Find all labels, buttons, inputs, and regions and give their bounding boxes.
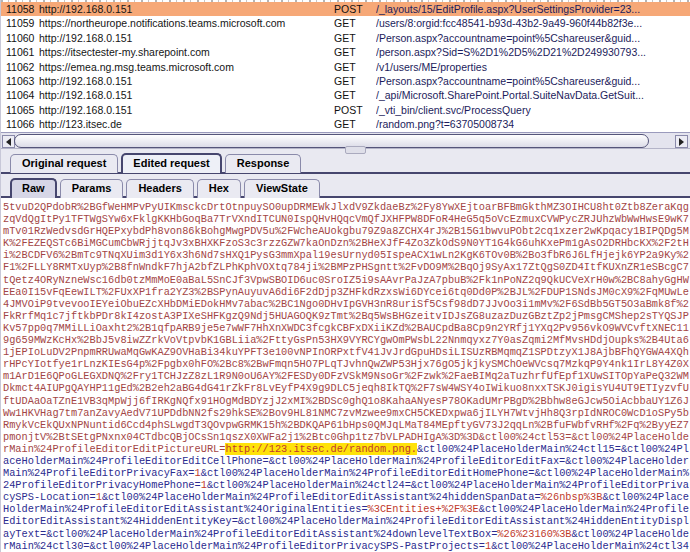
body-text-segment: cySPS-Location= <box>3 491 96 503</box>
body-line: 5tvuD2QPdobR%2BGfWeHMPvPyUIKmsckcDrtOtnp… <box>3 201 690 213</box>
tab-raw[interactable]: Raw <box>10 178 57 198</box>
body-line: RmykVcEkQUxNPNuntid6Ccd4phSLwgdT3QOvpwGR… <box>3 419 690 431</box>
table-row[interactable]: 11060http://192.168.0.151GET/Person.aspx… <box>1 31 690 45</box>
body-text-segment: &ctl00%24PlaceHolderMain%24ProfileEditor… <box>201 467 689 479</box>
highlighted-edited-value: http://123.itsec.de/random.png. <box>225 443 417 455</box>
body-line: pmonjtV%2BtSEtgPNxnx04CTdbcQBjOCsSn1qszX… <box>3 431 690 443</box>
body-text-segment: ftUDAaOaTZnE1VB3qMpWjj6fIRKgNQfx91HOgMdB… <box>3 395 689 407</box>
row-method-cell: GET <box>334 45 356 59</box>
body-line: 1jEPIoLuDV2PnpmRRUwaMqGwKAZ9OVHaBi34kuYP… <box>3 346 690 358</box>
body-line: EEa0I15vFqEewILT%2FUxXP1fra2YZ3%2BSPynAu… <box>3 286 690 298</box>
scroll-right-button[interactable] <box>675 135 688 148</box>
body-text-segment: Kv57pp0q7MMiLLiOaxht2%2B1qfpARB9je5e7wWF… <box>3 322 689 334</box>
body-text-segment: &ctl00%24PlaceHolderMain%24ctl34 <box>491 540 689 552</box>
table-row[interactable]: 11064http://192.168.0.151GET/_api/Micros… <box>1 88 690 102</box>
body-line: ayText=&ctl00%24PlaceHolderMain%24Profil… <box>3 528 690 540</box>
body-line: 9g659MWzKcHx%2BbJ5v8iwZZrkVoVtpvbK1GBLii… <box>3 334 690 346</box>
scroll-right-icon <box>679 138 684 146</box>
body-line: aceHolderMain%24ProfileEditorEditCellPho… <box>3 455 690 467</box>
body-text-segment: &ctl00%24PlaceHolderMain%24ctl15=&ctl00%… <box>417 443 689 455</box>
tab-headers[interactable]: Headers <box>126 179 193 198</box>
proxy-tool-window: 11058http://192.168.0.151POST/_layouts/1… <box>0 0 690 552</box>
body-text-segment: &ctl00%24PlaceHolderMain%24ProfileEditor… <box>102 491 541 503</box>
row-path-cell: /Person.aspx?accountname=point%5Cshareus… <box>376 31 640 45</box>
scrollbar-thumb[interactable] <box>14 134 649 148</box>
body-text-segment: 24ProfileEditorPrivacyHomePhone= <box>3 479 201 491</box>
body-text-segment: zqVdQgItPy1TFTWgSYw6xFklgKKHbGoqBa7TrVXn… <box>3 213 689 225</box>
body-line: EditorEditAssistant%24HiddenEntityKey=&c… <box>3 515 690 527</box>
body-text-segment: 4JMVOiP9tvevooIEYeiObuEZcXHbDMiEDokHMv7a… <box>3 298 689 310</box>
table-row[interactable]: 11066http://123.itsec.deGET/random.png?t… <box>1 117 690 131</box>
scroll-left-icon <box>6 138 11 146</box>
table-row[interactable]: 11061https://itsectester-my.sharepoint.c… <box>1 45 690 59</box>
row-method-cell: POST <box>334 2 363 16</box>
row-host-cell: https://itsectester-my.sharepoint.com <box>39 45 210 59</box>
body-text-segment: &ctl00%24PlaceHolderMain%24Profile <box>479 503 689 515</box>
table-row[interactable]: 11059https://northeurope.notifications.t… <box>1 16 690 30</box>
request-tab-bar: Original requestEdited requestResponse <box>1 153 690 173</box>
tab-params[interactable]: Params <box>60 179 124 198</box>
view-tab-bar: RawParamsHeadersHexViewState <box>1 178 690 197</box>
row-path-cell: /users/8:orgid:fcc48541-b93d-43b2-9a49-9… <box>376 16 642 30</box>
row-id-cell: 11060 <box>6 31 34 45</box>
body-text-segment: ayText=&ctl00%24PlaceHolderMain%24Profil… <box>3 528 497 540</box>
body-line: HolderMain%24ProfileEditorEditAssistant%… <box>3 503 690 515</box>
body-line: tQetz4ORyNzneWsc16db0tzMmMoE0aBaL5SnCJf3… <box>3 274 690 286</box>
body-text-segment: 9g659MWzKcHx%2BbJ5v8iwZZrkVoVtpvbK1GBLii… <box>3 334 689 346</box>
table-row[interactable]: 11062https://emea.ng.msg.teams.microsoft… <box>1 60 690 74</box>
tab-viewstate[interactable]: ViewState <box>244 179 320 198</box>
body-line: zqVdQgItPy1TFTWgSYw6xFklgKKHbGoqBa7TrVXn… <box>3 213 690 225</box>
body-line: Kv57pp0q7MMiLLiOaxht2%2B1qfpARB9je5e7wWF… <box>3 322 690 334</box>
row-host-cell: http://192.168.0.151 <box>39 2 132 16</box>
row-id-cell: 11058 <box>6 2 34 16</box>
body-text-segment: m1ArD1E6QPoGLEGXDNQ%2Fry1TCHJzZ8zL1R9N0o… <box>3 370 689 382</box>
row-path-cell: /Person.aspx?accountname=point%5Cshareus… <box>376 74 640 88</box>
body-text-segment: pmonjtV%2BtSEtgPNxnx04CTdbcQBjOCsSn1qszX… <box>3 431 689 443</box>
history-table-body: 11058http://192.168.0.151POST/_layouts/1… <box>1 2 690 132</box>
row-path-cell: /_layouts/15/EditProfile.aspx?UserSettin… <box>376 2 640 16</box>
body-line: i%2BCDFV6%2BmTc9TNqXUim3d1Y6x3h6Nd7sHXQ1… <box>3 249 690 261</box>
body-line: 24ProfileEditorPrivacyHomePhone=1&ctl00%… <box>3 479 690 491</box>
body-text-segment: Dkmct4AIUPgQAYHP11gEd%2B2eh2aBG4dG41rZkF… <box>3 382 689 394</box>
body-text-segment: tQetz4ORyNzneWsc16db0tzMmMoE0aBaL5SnCJf3… <box>3 274 689 286</box>
body-text-segment: i%2BCDFV6%2BmTc9TNqXUim3d1Y6x3h6Nd7sHXQ1… <box>3 249 689 261</box>
body-text-segment: K%2FEZEQSTc6BiMGCumCbWRjjtqJv3xBHXKFzoS3… <box>3 237 689 249</box>
body-text-segment: aceHolderMain%24ProfileEditorEditCellPho… <box>3 455 689 467</box>
tab-original-request[interactable]: Original request <box>10 154 118 173</box>
row-host-cell: https://northeurope.notifications.teams.… <box>39 16 285 30</box>
history-table: 11058http://192.168.0.151POST/_layouts/1… <box>1 0 690 132</box>
raw-request-body-editor[interactable]: 5tvuD2QPdobR%2BGfWeHMPvPyUIKmsckcDrtOtnp… <box>1 198 690 552</box>
row-id-cell: 11064 <box>6 88 34 102</box>
body-text-segment: Main%24ProfileEditorPrivacyFax= <box>3 467 195 479</box>
body-text-segment: &ctl00%24PlaceHolderMain%24ctl24=&ctl00%… <box>207 479 689 491</box>
body-text-segment: EEa0I15vFqEewILT%2FUxXP1fra2YZ3%2BSPynAu… <box>3 286 689 298</box>
tab-hex[interactable]: Hex <box>197 179 241 198</box>
row-id-cell: 11061 <box>6 45 34 59</box>
table-row[interactable]: 11065http://192.168.0.151POST/_vti_bin/c… <box>1 103 690 117</box>
body-line: F1%2FLLY8RMTxUyp%2B8fnWndkF7hjA2bfZLPhKp… <box>3 261 690 273</box>
tab-edited-request[interactable]: Edited request <box>121 153 221 173</box>
body-text-segment: EditorEditAssistant%24HiddenEntityKey=&c… <box>3 515 689 527</box>
row-method-cell: GET <box>334 31 356 45</box>
body-text-segment: FkRrfMq1c7jftkbPDr8kI4zostA3PIXeSHFKgzQ9… <box>3 310 689 322</box>
body-text-segment: &ctl00%24Place <box>602 491 689 503</box>
row-host-cell: http://123.itsec.de <box>39 117 122 131</box>
row-method-cell: GET <box>334 117 356 131</box>
table-row[interactable]: 11063http://192.168.0.151GET/Person.aspx… <box>1 74 690 88</box>
body-line: ftUDAaOaTZnE1VB3qMpWjj6fIRKgNQfx91HOgMdB… <box>3 395 690 407</box>
body-line: rMain%24ctl30=&ctl00%24PlaceHolderMain%2… <box>3 540 690 552</box>
body-line: 4JMVOiP9tvevooIEYeiObuEZcXHbDMiEDokHMv7a… <box>3 298 690 310</box>
row-id-cell: 11059 <box>6 16 34 30</box>
row-path-cell: /random.png?t=63705008734 <box>376 117 514 131</box>
body-text-segment: mTv01RzWedvsdGrHQEPxybdPh8von86kBohgMwgP… <box>3 225 689 237</box>
row-host-cell: http://192.168.0.151 <box>39 31 132 45</box>
row-method-cell: GET <box>334 74 356 88</box>
body-line: Main%24ProfileEditorPrivacyFax=1&ctl00%2… <box>3 467 690 479</box>
table-row[interactable]: 11058http://192.168.0.151POST/_layouts/1… <box>1 2 690 16</box>
splitter-grip[interactable] <box>345 146 366 154</box>
body-line: cySPS-Location=1&ctl00%24PlaceHolderMain… <box>3 491 690 503</box>
tab-response[interactable]: Response <box>225 154 302 173</box>
row-host-cell: http://192.168.0.151 <box>39 103 132 117</box>
body-text-segment: &ctl00%24PlaceHolde <box>572 528 689 540</box>
row-id-cell: 11066 <box>6 117 34 131</box>
